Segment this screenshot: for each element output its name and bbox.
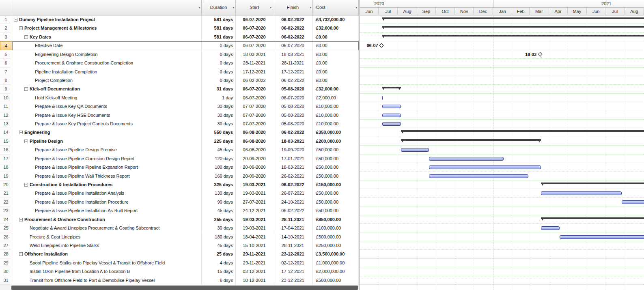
cost-cell[interactable]: £2,000,000.00 [313, 267, 359, 276]
row-id[interactable]: 13 [0, 120, 12, 128]
summary-bar[interactable] [401, 130, 644, 134]
duration-cell[interactable]: 31 days [202, 85, 236, 93]
start-cell[interactable]: 06-07-2020 [236, 85, 273, 93]
cost-cell[interactable]: £500,000.00 [313, 233, 359, 241]
collapse-toggle[interactable]: − [24, 35, 28, 39]
finish-cell[interactable]: 17-12-2021 [273, 267, 313, 276]
task-bar[interactable] [382, 96, 383, 100]
task-name-cell[interactable]: −Kick-off Documentation [12, 85, 202, 93]
finish-cell[interactable]: 06-02-2022 [273, 76, 313, 85]
cost-cell[interactable]: £50,000.00 [313, 172, 359, 180]
finish-cell[interactable]: 23-12-2021 [273, 276, 313, 285]
start-cell[interactable]: 20-09-2020 [236, 172, 273, 180]
finish-cell[interactable]: 14-10-2021 [273, 233, 313, 241]
finish-cell[interactable]: 28-11-2021 [273, 215, 313, 224]
start-cell[interactable]: 20-09-2020 [236, 163, 273, 172]
finish-cell[interactable]: 17-01-2021 [273, 155, 313, 163]
start-cell[interactable]: 06-07-2020 [236, 33, 273, 41]
row-id[interactable]: 22 [0, 198, 12, 206]
cost-cell[interactable]: £350,000.00 [313, 128, 359, 137]
task-name-cell[interactable]: Prepare & Issue Key HSE Documents [12, 111, 202, 120]
cost-cell[interactable]: £32,000.00 [313, 85, 359, 93]
month-header-dec-6[interactable]: Dec [474, 8, 493, 15]
cost-cell[interactable]: £200,000.00 [313, 137, 359, 146]
duration-cell[interactable]: 550 days [202, 128, 236, 137]
task-name-cell[interactable]: −Construction & Installation Procedures [12, 180, 202, 189]
row-id[interactable]: 8 [0, 76, 12, 85]
row-id[interactable]: 28 [0, 250, 12, 258]
horizontal-scrollbar[interactable] [0, 285, 359, 290]
finish-cell[interactable]: 06-02-2022 [273, 206, 313, 215]
start-cell[interactable]: 18-03-2021 [236, 50, 273, 59]
start-cell[interactable]: 19-03-2021 [236, 180, 273, 189]
row-id[interactable]: 21 [0, 189, 12, 198]
finish-cell[interactable]: 18-03-2021 [273, 163, 313, 172]
duration-cell[interactable]: 581 days [202, 33, 236, 41]
duration-cell[interactable]: 180 days [202, 163, 236, 172]
task-name-cell[interactable]: Hold Kick-off Meeting [12, 94, 202, 102]
start-cell[interactable]: 24-12-2021 [236, 206, 273, 215]
summary-bar[interactable] [541, 217, 644, 221]
start-cell[interactable]: 18-04-2021 [236, 233, 273, 241]
cost-cell[interactable]: £50,000.00 [313, 155, 359, 163]
filter-dropdown-icon[interactable]: ▾ [233, 6, 234, 9]
duration-cell[interactable]: 255 days [202, 215, 236, 224]
filter-dropdown-icon[interactable]: ▾ [355, 6, 357, 9]
task-name-cell[interactable]: Prepare & Issue Pipeline Installation Pr… [12, 198, 202, 206]
collapse-toggle[interactable]: − [14, 18, 17, 21]
row-id[interactable]: 14 [0, 128, 12, 137]
row-id[interactable]: 10 [0, 94, 12, 102]
row-id[interactable]: 24 [0, 215, 12, 224]
finish-cell[interactable]: 05-08-2020 [273, 85, 313, 93]
row-id[interactable]: 23 [0, 206, 12, 215]
finish-cell[interactable]: 18-03-2021 [273, 50, 313, 59]
month-header-feb-8[interactable]: Feb [512, 8, 530, 15]
task-name-cell[interactable]: Procurement & Onshore Construction Compl… [12, 59, 202, 67]
month-header-aug-2[interactable]: Aug [398, 8, 417, 15]
duration-cell[interactable]: 30 days [202, 224, 236, 232]
task-bar[interactable] [429, 165, 541, 169]
month-header-jan-7[interactable]: Jan [493, 8, 512, 15]
task-name-cell[interactable]: −Pipeline Design [12, 137, 202, 146]
finish-cell[interactable]: 06-02-2022 [273, 33, 313, 41]
cost-cell[interactable]: £500,000.00 [313, 276, 359, 285]
row-id[interactable]: 19 [0, 172, 12, 180]
cost-cell[interactable]: £10,000.00 [313, 102, 359, 111]
summary-bar[interactable] [401, 139, 541, 143]
row-id[interactable]: 17 [0, 155, 12, 163]
month-header-jun-0[interactable]: Jun [360, 8, 379, 15]
duration-cell[interactable]: 120 days [202, 155, 236, 163]
start-cell[interactable]: 19-03-2021 [236, 215, 273, 224]
duration-cell[interactable]: 225 days [202, 137, 236, 146]
cost-cell[interactable]: £10,000.00 [313, 111, 359, 120]
duration-cell[interactable]: 25 days [202, 250, 236, 258]
start-cell[interactable]: 19-03-2021 [236, 189, 273, 198]
collapse-toggle[interactable]: − [19, 26, 23, 30]
duration-cell[interactable]: 30 days [202, 102, 236, 111]
cost-cell[interactable]: £50,000.00 [313, 206, 359, 215]
start-cell[interactable]: 29-11-2021 [236, 250, 273, 258]
duration-cell[interactable]: 325 days [202, 180, 236, 189]
start-cell[interactable]: 06-08-2020 [236, 137, 273, 146]
filter-dropdown-icon[interactable]: ▾ [270, 6, 271, 9]
column-header-task-name[interactable]: ▾ [12, 0, 202, 15]
duration-cell[interactable]: 581 days [202, 24, 236, 32]
row-id[interactable]: 18 [0, 163, 12, 172]
duration-cell[interactable]: 30 days [202, 120, 236, 128]
finish-cell[interactable]: 17-04-2021 [273, 224, 313, 232]
cost-cell[interactable]: £250,000.00 [313, 241, 359, 250]
task-name-cell[interactable]: Procure & Coat Linepipes [12, 233, 202, 241]
month-header-mar-9[interactable]: Mar [530, 8, 549, 15]
task-name-cell[interactable]: Prepare & Issue Pipeline Corrosion Desig… [12, 155, 202, 163]
cost-cell[interactable]: £0.00 [313, 59, 359, 67]
task-bar[interactable] [541, 226, 560, 230]
month-header-jun-12[interactable]: Jun [587, 8, 605, 15]
collapse-toggle[interactable]: − [24, 183, 28, 187]
start-cell[interactable]: 06-08-2020 [236, 146, 273, 154]
cost-cell[interactable]: £0.00 [313, 50, 359, 59]
task-name-cell[interactable]: Prepare & Issue Key Project Controls Doc… [12, 120, 202, 128]
task-bar[interactable] [541, 191, 622, 195]
finish-cell[interactable]: 06-07-2020 [273, 41, 313, 50]
task-name-cell[interactable]: Engineering Design Completion [12, 50, 202, 59]
task-name-cell[interactable]: −Project Management & Milestones [12, 24, 202, 32]
